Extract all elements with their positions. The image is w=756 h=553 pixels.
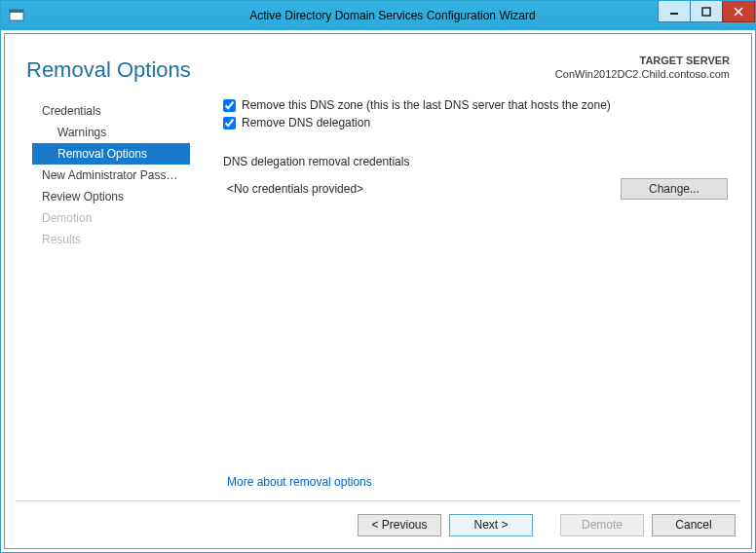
target-server-block: TARGET SERVER ConWin2012DC2.Child.contos… xyxy=(555,52,730,82)
window-body: Removal Options TARGET SERVER ConWin2012… xyxy=(1,30,755,552)
credentials-section-label: DNS delegation removal credentials xyxy=(223,155,728,168)
remove-dns-zone-label: Remove this DNS zone (this is the last D… xyxy=(242,98,611,112)
svg-rect-3 xyxy=(702,8,710,16)
remove-dns-delegation-label: Remove DNS delegation xyxy=(242,116,370,129)
nav-item-removal-options[interactable]: Removal Options xyxy=(32,143,190,165)
nav-item-warnings[interactable]: Warnings xyxy=(32,122,190,143)
app-icon xyxy=(9,8,24,23)
remove-dns-zone-checkbox[interactable] xyxy=(223,99,236,112)
change-button[interactable]: Change... xyxy=(621,178,728,200)
nav-item-credentials[interactable]: Credentials xyxy=(32,100,190,122)
main-row: CredentialsWarningsRemoval OptionsNew Ad… xyxy=(5,83,751,500)
cancel-button[interactable]: Cancel xyxy=(652,514,736,536)
footer: < Previous Next > Demote Cancel xyxy=(5,501,751,548)
nav-item-review-options[interactable]: Review Options xyxy=(32,186,190,207)
options-pane: Remove this DNS zone (this is the last D… xyxy=(190,92,751,500)
demote-button[interactable]: Demote xyxy=(560,514,644,536)
minimize-button[interactable] xyxy=(658,1,691,22)
close-button[interactable] xyxy=(722,1,755,22)
next-button[interactable]: Next > xyxy=(449,514,533,536)
window-buttons xyxy=(659,1,755,22)
nav-item-results: Results xyxy=(32,229,190,250)
remove-dns-delegation-row[interactable]: Remove DNS delegation xyxy=(223,116,728,129)
header-row: Removal Options TARGET SERVER ConWin2012… xyxy=(5,34,751,83)
wizard-nav: CredentialsWarningsRemoval OptionsNew Ad… xyxy=(5,92,190,500)
more-about-link[interactable]: More about removal options xyxy=(223,475,728,500)
remove-dns-delegation-checkbox[interactable] xyxy=(223,117,236,129)
content-area: Removal Options TARGET SERVER ConWin2012… xyxy=(4,33,752,549)
wizard-window: Active Directory Domain Services Configu… xyxy=(0,0,756,553)
target-server-value: ConWin2012DC2.Child.contoso.com xyxy=(555,67,730,81)
target-server-label: TARGET SERVER xyxy=(555,54,730,67)
credentials-value: <No credentials provided> xyxy=(223,182,621,196)
nav-item-new-administrator-passw[interactable]: New Administrator Passw... xyxy=(32,165,190,186)
maximize-button[interactable] xyxy=(690,1,723,22)
credentials-row: <No credentials provided> Change... xyxy=(223,178,728,200)
svg-rect-1 xyxy=(10,10,23,13)
page-title: Removal Options xyxy=(26,52,555,83)
window-title: Active Directory Domain Services Configu… xyxy=(30,9,755,22)
previous-button[interactable]: < Previous xyxy=(358,514,441,536)
remove-dns-zone-row[interactable]: Remove this DNS zone (this is the last D… xyxy=(223,98,728,112)
nav-item-demotion: Demotion xyxy=(32,207,190,229)
titlebar: Active Directory Domain Services Configu… xyxy=(1,1,755,30)
